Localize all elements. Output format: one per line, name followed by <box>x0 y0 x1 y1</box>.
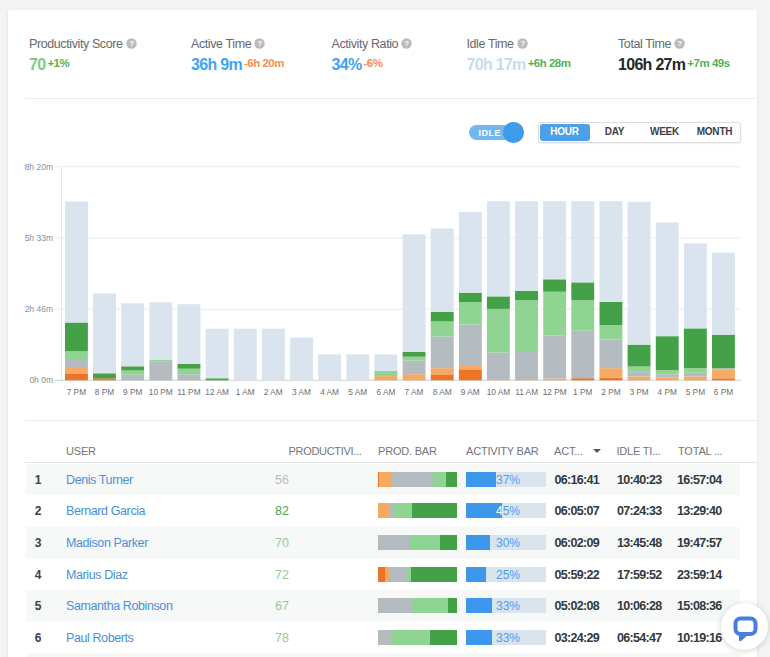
svg-text:7 PM: 7 PM <box>67 387 86 397</box>
svg-text:8 AM: 8 AM <box>433 387 452 397</box>
svg-text:8 PM: 8 PM <box>95 387 114 397</box>
svg-text:3 PM: 3 PM <box>629 387 648 397</box>
svg-text:12 PM: 12 PM <box>543 387 567 397</box>
svg-text:10 AM: 10 AM <box>487 387 511 397</box>
svg-text:4 PM: 4 PM <box>658 387 677 397</box>
svg-text:9 AM: 9 AM <box>461 387 480 397</box>
svg-text:6 PM: 6 PM <box>714 387 733 397</box>
svg-text:3 AM: 3 AM <box>292 387 311 397</box>
svg-text:1 PM: 1 PM <box>573 387 592 397</box>
svg-text:0h 0m: 0h 0m <box>29 375 53 385</box>
svg-text:6 AM: 6 AM <box>376 387 395 397</box>
svg-text:2 PM: 2 PM <box>601 387 620 397</box>
svg-text:7 AM: 7 AM <box>405 387 424 397</box>
svg-text:2 AM: 2 AM <box>264 387 283 397</box>
svg-text:11 PM: 11 PM <box>177 387 200 397</box>
svg-text:8h 20m: 8h 20m <box>25 162 53 172</box>
svg-text:10 PM: 10 PM <box>149 387 173 397</box>
svg-text:5 PM: 5 PM <box>686 387 705 397</box>
svg-text:1 AM: 1 AM <box>236 387 255 397</box>
svg-text:2h 46m: 2h 46m <box>25 304 53 314</box>
svg-text:5h 33m: 5h 33m <box>25 233 53 243</box>
svg-text:5 AM: 5 AM <box>348 387 367 397</box>
svg-text:9 PM: 9 PM <box>123 387 142 397</box>
svg-text:4 AM: 4 AM <box>320 387 339 397</box>
svg-text:12 AM: 12 AM <box>205 387 229 397</box>
svg-text:11 AM: 11 AM <box>515 387 538 397</box>
